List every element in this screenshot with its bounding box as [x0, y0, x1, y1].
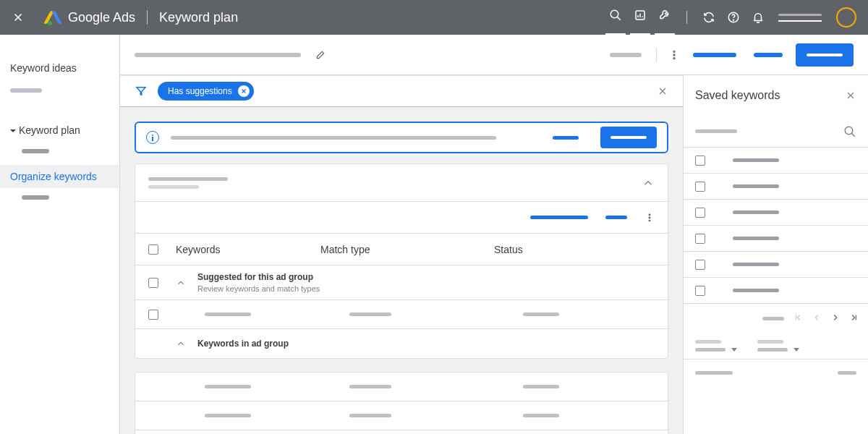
sidebar-item-keyword-ideas[interactable]: Keyword ideas	[0, 56, 119, 80]
refresh-button[interactable]	[699, 0, 719, 35]
tools-button[interactable]	[655, 0, 675, 35]
svg-point-3	[733, 20, 734, 20]
first-page-button[interactable]	[793, 312, 803, 325]
suggested-group-row[interactable]: Suggested for this ad group Review keywo…	[135, 265, 668, 300]
column-header-match-type[interactable]: Match type	[320, 244, 494, 255]
saved-keywords-panel: Saved keywords	[683, 75, 868, 434]
toolbar-link-1[interactable]	[693, 53, 736, 57]
bulk-actions-row	[135, 202, 668, 234]
list-item[interactable]	[684, 174, 868, 200]
group-title: Suggested for this ad group	[197, 272, 320, 282]
search-placeholder	[695, 129, 737, 133]
filter-bar: Has suggestions	[120, 75, 683, 107]
toolbar-link-2[interactable]	[754, 53, 783, 57]
group-checkbox[interactable]	[148, 278, 158, 288]
close-panel-button[interactable]	[845, 90, 856, 101]
info-banner	[135, 122, 668, 153]
panel-filters	[684, 333, 868, 359]
bulk-action-link-2[interactable]	[605, 216, 627, 219]
in-group-title: Keywords in ad group	[197, 339, 289, 349]
svg-point-5	[673, 54, 675, 56]
reports-button[interactable]	[630, 0, 650, 35]
list-item[interactable]	[684, 148, 868, 174]
toolbar-primary-button[interactable]	[796, 43, 854, 67]
bulk-action-link-1[interactable]	[530, 216, 588, 219]
close-icon[interactable]	[12, 11, 25, 24]
table-row[interactable]	[135, 373, 668, 401]
panel-search[interactable]	[684, 116, 868, 148]
page-info-placeholder	[762, 317, 784, 320]
banner-message	[171, 136, 541, 140]
list-item[interactable]	[684, 200, 868, 226]
row-more-options-button[interactable]	[644, 213, 655, 223]
list-item[interactable]	[684, 226, 868, 252]
column-headers: Keywords Match type Status	[135, 234, 668, 265]
pagination	[684, 304, 868, 333]
help-button[interactable]	[723, 0, 744, 35]
sidebar-item-organize-keywords[interactable]: Organize keywords	[0, 165, 119, 188]
svg-point-6	[673, 57, 675, 59]
chevron-up-icon[interactable]	[176, 278, 186, 288]
remove-chip-button[interactable]	[238, 85, 250, 97]
in-group-row[interactable]: Keywords in ad group	[135, 329, 668, 358]
last-page-button[interactable]	[849, 312, 859, 325]
more-options-button[interactable]	[668, 49, 680, 61]
list-item[interactable]	[684, 252, 868, 278]
banner-action-button[interactable]	[600, 127, 657, 148]
filter-chip-label: Has suggestions	[168, 86, 232, 96]
left-sidebar: Keyword ideas Keyword plan Organize keyw…	[0, 35, 120, 434]
panel-title-row: Saved keywords	[684, 75, 868, 116]
svg-point-4	[673, 51, 675, 52]
svg-point-0	[610, 10, 618, 18]
info-icon	[146, 131, 159, 144]
ad-group-header[interactable]	[135, 164, 668, 202]
table-row[interactable]	[135, 430, 668, 434]
header-tools	[605, 0, 856, 35]
sidebar-item-placeholder[interactable]	[10, 88, 42, 93]
app-header: Google Ads Keyword plan	[0, 0, 868, 35]
filter-icon[interactable]	[135, 85, 148, 98]
keywords-list-card	[135, 372, 668, 434]
header-separator	[686, 11, 687, 24]
toolbar-divider	[656, 48, 657, 62]
column-header-keywords[interactable]: Keywords	[176, 244, 320, 255]
filter-dropdown-2[interactable]	[757, 348, 799, 352]
product-name: Google Ads	[68, 10, 135, 25]
panel-title: Saved keywords	[695, 89, 780, 102]
column-header-status[interactable]: Status	[494, 244, 655, 255]
ad-group-card: Keywords Match type Status Suggested for…	[135, 163, 668, 359]
table-row[interactable]	[135, 300, 668, 329]
panel-footer-row	[684, 359, 868, 386]
notifications-button[interactable]	[748, 0, 768, 35]
banner-link[interactable]	[553, 136, 579, 140]
header-divider	[147, 10, 148, 25]
search-button[interactable]	[605, 0, 626, 35]
svg-point-7	[649, 214, 650, 216]
search-icon	[843, 125, 856, 138]
plan-title-placeholder	[135, 53, 301, 57]
list-item[interactable]	[684, 278, 868, 304]
row-checkbox[interactable]	[148, 310, 158, 320]
sidebar-subitem-placeholder[interactable]	[22, 149, 49, 153]
sidebar-subitem-placeholder-2[interactable]	[22, 195, 49, 200]
svg-point-8	[649, 217, 650, 218]
sidebar-item-keyword-plan[interactable]: Keyword plan	[0, 119, 119, 142]
prev-page-button[interactable]	[812, 312, 822, 325]
close-filter-button[interactable]	[657, 85, 668, 97]
svg-point-9	[649, 220, 650, 221]
table-row[interactable]	[135, 401, 668, 430]
filter-chip-has-suggestions[interactable]: Has suggestions	[158, 82, 254, 101]
page-toolbar	[120, 35, 868, 75]
next-page-button[interactable]	[830, 312, 841, 325]
toolbar-date-placeholder	[610, 53, 642, 57]
select-all-checkbox[interactable]	[148, 244, 158, 255]
svg-point-10	[845, 127, 853, 135]
chevron-up-icon[interactable]	[176, 339, 186, 349]
group-subtitle: Review keywords and match types	[197, 284, 320, 293]
page-title: Keyword plan	[159, 10, 605, 25]
google-ads-logo-icon	[45, 9, 61, 25]
account-avatar[interactable]	[836, 7, 856, 27]
filter-dropdown-1[interactable]	[695, 348, 737, 352]
edit-title-button[interactable]	[315, 50, 326, 60]
chevron-up-icon	[642, 176, 655, 190]
